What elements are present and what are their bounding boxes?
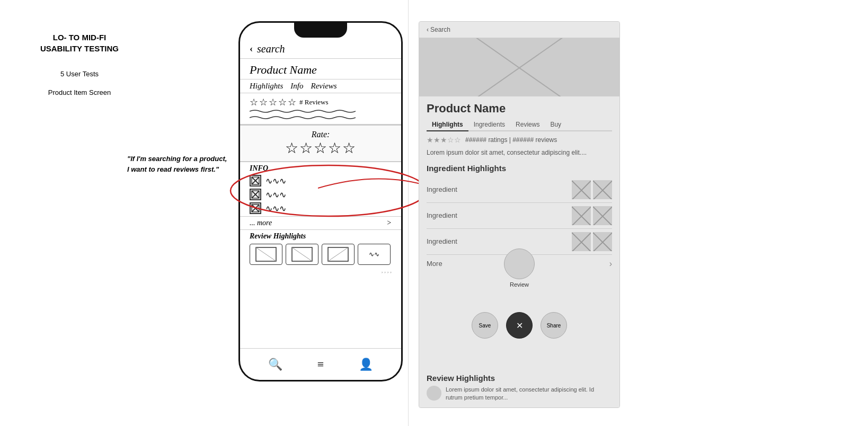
lofi-stars: ☆☆☆☆☆ [250, 96, 297, 108]
lofi-info-item-3: ∿∿∿ [250, 202, 392, 214]
close-icon: ✕ [516, 321, 523, 331]
ingredient-images-2 [572, 206, 612, 225]
sidebar-title: LO- TO MID-FIUSABILITY TESTING [21, 32, 138, 54]
svg-line-14 [328, 247, 348, 261]
review-cards: ∿∿ [250, 244, 392, 265]
user-tests-label: 5 User Tests [21, 70, 138, 78]
ingredient-images-3 [572, 232, 612, 251]
lofi-bottom-nav: 🔍 ≡ 👤 [240, 348, 401, 380]
pagination-dots: , , , , [250, 265, 392, 276]
midfi-ingredient-row-2: Ingredient [427, 203, 612, 229]
squiggle-decoration-2 [250, 114, 356, 121]
svg-line-10 [256, 247, 276, 261]
ingredient-img-2a [572, 206, 591, 225]
midfi-tab-ingredients[interactable]: Ingredients [468, 119, 510, 130]
lofi-info-item-1: ∿∿∿ [250, 175, 392, 187]
lofi-phone-frame: ‹ search Product Name Highlights Info Re… [238, 21, 403, 381]
midfi-rating-row: ★★★☆☆ ###### ratings | ###### reviews [427, 136, 612, 144]
midfi-more-arrow-icon: › [609, 259, 612, 269]
more-label: ... more [250, 219, 272, 227]
ingredient-img-3b [593, 232, 612, 251]
nav-menu-icon[interactable]: ≡ [317, 358, 324, 371]
squiggle-decoration [250, 108, 356, 114]
phone-content: ‹ search Product Name Highlights Info Re… [240, 38, 401, 380]
info-squiggle-1: ∿∿∿ [265, 176, 286, 186]
midfi-back-button[interactable]: ‹ Search [427, 26, 450, 33]
midfi-back-label: Search [430, 26, 450, 33]
lofi-header: ‹ search [240, 38, 401, 59]
fab-share-button[interactable]: Share [541, 312, 567, 339]
fab-area: Review Save ✕ Share [466, 248, 572, 339]
ingredient-img-3a [572, 232, 591, 251]
fab-save-label: Save [479, 323, 491, 329]
fab-close-button[interactable]: ✕ [506, 312, 533, 339]
lofi-more-row[interactable]: ... more > [240, 217, 401, 230]
back-chevron-icon: ‹ [427, 26, 429, 33]
review-highlights-label: Review Highlights [250, 232, 392, 241]
midfi-reviews-header: Review Highlights [427, 374, 612, 383]
review-text-1: Lorem ipsum dolor sit amet, consectetur … [446, 386, 612, 401]
rate-stars: ☆☆☆☆☆ [250, 139, 392, 157]
midfi-product-name: Product Name [427, 102, 612, 116]
review-card-2[interactable] [286, 244, 318, 265]
more-arrow: > [387, 219, 392, 227]
review-card-3[interactable] [322, 244, 355, 265]
midfi-container: ‹ Search Product Name Highlights Ingredi… [419, 21, 620, 408]
ingredient-images-1 [572, 180, 612, 199]
lofi-tab-info[interactable]: Info [290, 82, 303, 91]
lofi-info-item-2: ∿∿∿ [250, 189, 392, 200]
screen-label: Product Item Screen [21, 88, 138, 96]
image-placeholder-x [419, 38, 619, 96]
midfi-rating-count: ###### ratings | ###### reviews [465, 136, 557, 144]
back-arrow[interactable]: ‹ [250, 43, 253, 55]
midfi-tab-buy[interactable]: Buy [545, 119, 566, 130]
midfi-ingredient-row-1: Ingredient [427, 177, 612, 203]
ingredient-label-3: Ingredient [427, 237, 457, 245]
midfi-ingredient-highlights-title: Ingredient Highlights [427, 164, 612, 173]
quote-text: "If I'm searching for a product, I want … [127, 155, 227, 173]
ingredient-img-1b [593, 180, 612, 199]
card-squiggle: ∿∿ [369, 251, 379, 259]
info-icon-3 [250, 202, 261, 214]
midfi-more-label: More [427, 260, 442, 268]
midfi-review-item-1: Lorem ipsum dolor sit amet, consectetur … [427, 386, 612, 401]
lofi-phone-container: ‹ search Product Name Highlights Info Re… [238, 21, 403, 392]
midfi-reviews-section: Review Highlights Lorem ipsum dolor sit … [419, 369, 619, 407]
review-card-1[interactable] [250, 244, 282, 265]
midfi-tabs: Highlights Ingredients Reviews Buy [427, 119, 612, 131]
ingredient-label-2: Ingredient [427, 211, 457, 219]
info-squiggle-2: ∿∿∿ [265, 190, 286, 200]
info-icon-1 [250, 175, 261, 187]
info-label: INFO [250, 164, 392, 173]
info-squiggle-3: ∿∿∿ [265, 203, 286, 214]
fab-top-circle [504, 248, 535, 279]
user-quote: "If I'm searching for a product, I want … [127, 154, 228, 174]
lofi-product-name: Product Name [240, 59, 401, 79]
nav-search-icon[interactable]: 🔍 [268, 358, 282, 371]
reviewer-avatar-1 [427, 386, 441, 401]
lofi-info-section: INFO ∿∿∿ ∿∿∿ ∿∿∿ [240, 162, 401, 217]
midfi-tab-reviews[interactable]: Reviews [510, 119, 545, 130]
lofi-tabs: Highlights Info Reviews [240, 79, 401, 93]
fab-save-button[interactable]: Save [472, 312, 498, 339]
sidebar: LO- TO MID-FIUSABILITY TESTING 5 User Te… [21, 32, 138, 96]
lofi-rating-row: ☆☆☆☆☆ # Reviews [240, 93, 401, 125]
nav-user-icon[interactable]: 👤 [359, 358, 373, 371]
midfi-tab-highlights[interactable]: Highlights [427, 119, 468, 131]
midfi-header: ‹ Search [419, 22, 619, 38]
review-card-4[interactable]: ∿∿ [358, 244, 391, 265]
midfi-stars: ★★★☆☆ [427, 136, 461, 144]
phone-notch [294, 23, 347, 38]
lofi-reviews-count: # Reviews [299, 98, 329, 106]
ingredient-label-1: Ingredient [427, 185, 457, 193]
svg-line-12 [292, 247, 312, 261]
center-divider [408, 0, 409, 426]
lofi-review-section: Review Highlights ∿∿ , , , , [240, 230, 401, 276]
midfi-product-image [419, 38, 619, 96]
ingredient-img-2b [593, 206, 612, 225]
search-label: search [257, 43, 285, 55]
midfi-description: Lorem ipsum dolor sit amet, consectetur … [427, 148, 612, 157]
lofi-tab-highlights[interactable]: Highlights [250, 82, 283, 91]
lofi-tab-reviews[interactable]: Reviews [311, 82, 337, 91]
info-icon-2 [250, 189, 261, 200]
